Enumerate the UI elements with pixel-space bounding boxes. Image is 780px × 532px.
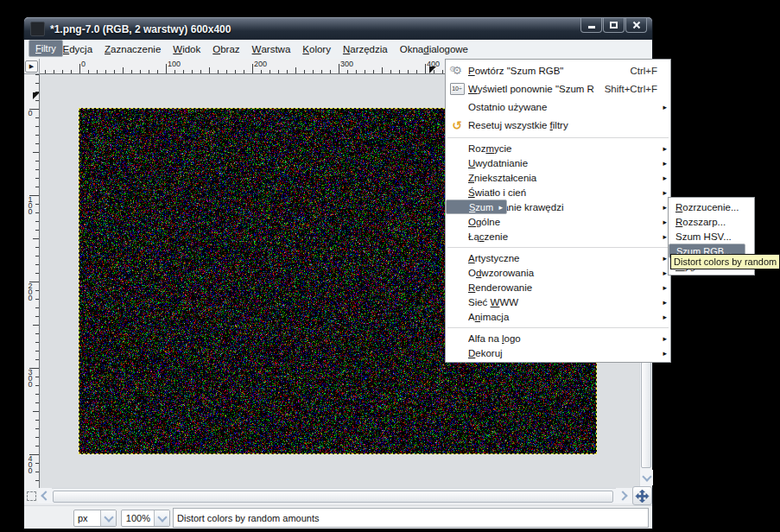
ruler-tick: [261, 70, 262, 73]
ruler-tick: [270, 70, 270, 73]
ruler-tick: [35, 437, 39, 438]
ruler-tick: [321, 70, 322, 73]
ruler-tick: [35, 316, 39, 317]
filters-menu-item-dekoruj[interactable]: Dekoruj▸: [446, 345, 670, 360]
window-controls: [580, 18, 647, 33]
ruler-tick: [35, 143, 39, 144]
filters-menu-item-artystyczne[interactable]: Artystyczne▸: [446, 250, 670, 265]
menu-item-label: Rozmycie: [468, 143, 657, 154]
reset-icon: ↺: [446, 119, 468, 131]
unit-value: px: [74, 513, 100, 523]
filters-menu-item-alfa-na-logo[interactable]: Alfa na logo▸: [446, 331, 670, 345]
filters-menu-item-rozmycie[interactable]: Rozmycie▸: [446, 141, 670, 155]
maximize-button[interactable]: [603, 18, 625, 33]
filters-menu-item-animacja[interactable]: Animacja▸: [446, 309, 670, 324]
ruler-tick: [157, 70, 158, 73]
ruler-tick: [35, 428, 39, 429]
unit-select-dropdown-button[interactable]: [100, 510, 116, 526]
ruler-tick: [244, 70, 244, 73]
ruler-tick: [97, 70, 98, 73]
menubar-item-obraz[interactable]: Obraz: [206, 40, 245, 59]
ruler-tick: [252, 64, 253, 73]
ruler-tick: [373, 70, 374, 73]
canvas-menu-button[interactable]: ▶: [24, 59, 40, 74]
noise-submenu-item-szum-hsv[interactable]: Szum HSV...: [669, 229, 754, 244]
menu-item-label: Uwydatnianie: [468, 158, 657, 168]
filters-menu-item-resetuj-wszystkie-filtry[interactable]: ↺Resetuj wszystkie filtry: [446, 116, 670, 134]
menu-item-label: Szum HSV...: [669, 231, 741, 242]
menu-item-label: Rozszarp...: [669, 217, 741, 227]
ruler-tick: [434, 70, 434, 73]
ruler-tick: [105, 70, 106, 73]
menubar-item-kolory[interactable]: Kolory: [296, 40, 337, 59]
dialog-icon: 10÷: [446, 83, 468, 95]
filters-menu-item-powtórz-szum-rgb[interactable]: ⚙⚙Powtórz "Szum RGB"Ctrl+F: [446, 61, 670, 79]
submenu-arrow-icon: ▸: [657, 334, 667, 343]
submenu-arrow-icon: ▸: [657, 298, 667, 307]
filters-menu-item-ogólne[interactable]: Ogólne▸: [446, 214, 670, 229]
ruler-tick: [123, 67, 124, 73]
navigation-button[interactable]: [632, 486, 652, 505]
horizontal-scrollbar-thumb[interactable]: [53, 491, 613, 503]
ruler-tick: [35, 264, 39, 265]
ruler-tick: [416, 70, 417, 73]
scroll-left-button[interactable]: [38, 488, 52, 504]
ruler-tick: [304, 70, 305, 73]
filters-menu-item-odwzorowania[interactable]: Odwzorowania▸: [446, 265, 670, 280]
ruler-label: 100: [27, 197, 34, 215]
filters-menu-separator: [446, 134, 670, 141]
chevron-right-icon: [618, 491, 627, 500]
filters-menu-item-szum[interactable]: Szum▸: [446, 200, 507, 214]
filters-menu-item-sieć-www[interactable]: Sieć WWW▸: [446, 294, 670, 309]
unit-select[interactable]: px: [73, 510, 117, 527]
filters-menu-item-uwydatnianie[interactable]: Uwydatnianie▸: [446, 155, 670, 170]
submenu-arrow-icon: ▸: [657, 103, 667, 111]
ruler-tick: [192, 70, 193, 73]
submenu-arrow-icon: ▸: [657, 144, 667, 153]
menu-item-label: Sieć WWW: [468, 297, 657, 307]
filters-menu-item-zniekształcenia[interactable]: Zniekształcenia▸: [446, 170, 670, 185]
ruler-tick: [35, 212, 39, 213]
ruler-tick: [88, 70, 89, 73]
scroll-down-button[interactable]: [640, 470, 653, 485]
filters-menu-item-łączenie[interactable]: Łączenie▸: [446, 229, 670, 244]
menubar-item-narzędzia[interactable]: Narzędzia: [337, 40, 394, 59]
ruler-tick: [174, 70, 175, 73]
ruler-tick: [183, 70, 184, 73]
ruler-tick: [35, 359, 39, 360]
menubar-item-warstwa[interactable]: Warstwa: [246, 40, 297, 59]
menubar-item-okna-dialogowe[interactable]: Okna dialogowe: [394, 40, 474, 59]
move-cross-icon: [635, 489, 650, 504]
ruler-tick: [35, 480, 39, 481]
scroll-right-button[interactable]: [616, 488, 631, 504]
noise-submenu-item-rozrzucenie[interactable]: Rozrzucenie...: [669, 200, 754, 214]
submenu-arrow-icon: ▸: [657, 269, 667, 277]
app-icon: [30, 22, 45, 36]
menubar-item-widok[interactable]: Widok: [167, 40, 206, 59]
ruler-tick: [278, 70, 279, 73]
ruler-tick: [35, 420, 39, 421]
horizontal-scrollbar[interactable]: [52, 488, 616, 504]
filters-menu-item-wyświetl-ponownie-szum-rgb[interactable]: 10÷Wyświetl ponownie "Szum RGB"Shift+Ctr…: [446, 79, 670, 98]
menu-item-label: Animacja: [468, 312, 657, 322]
zoom-select-dropdown-button[interactable]: [154, 510, 169, 526]
ruler-tick: [35, 446, 39, 446]
ruler-tick: [35, 247, 39, 248]
ruler-tick: [35, 333, 39, 334]
filters-menu-item-ostatnio-używane[interactable]: Ostatnio używane▸: [446, 98, 670, 116]
titlebar[interactable]: *1.png-7.0 (RGB, 2 warstwy) 600x400: [24, 17, 652, 40]
submenu-arrow-icon: ▸: [657, 188, 667, 197]
ruler-vertical[interactable]: 0100200300400: [24, 74, 40, 488]
desktop-background: *1.png-7.0 (RGB, 2 warstwy) 600x400 Plik…: [0, 0, 780, 532]
ruler-tick: [35, 377, 39, 377]
filters-menu-item-światło-i-cień[interactable]: Światło i cień▸: [446, 185, 670, 200]
menubar-item-filtry[interactable]: Filtry: [29, 40, 63, 57]
menubar-item-zaznaczenie[interactable]: Zaznaczenie: [98, 40, 167, 59]
noise-submenu-item-rozszarp[interactable]: Rozszarp...: [669, 214, 754, 229]
quick-mask-toggle[interactable]: [24, 488, 38, 504]
filters-menu-item-renderowanie[interactable]: Renderowanie▸: [446, 280, 670, 294]
menu-item-label: Resetuj wszystkie filtry: [468, 120, 657, 130]
minimize-button[interactable]: [580, 18, 602, 33]
close-button[interactable]: [625, 18, 647, 33]
zoom-select[interactable]: 100%: [121, 510, 170, 527]
